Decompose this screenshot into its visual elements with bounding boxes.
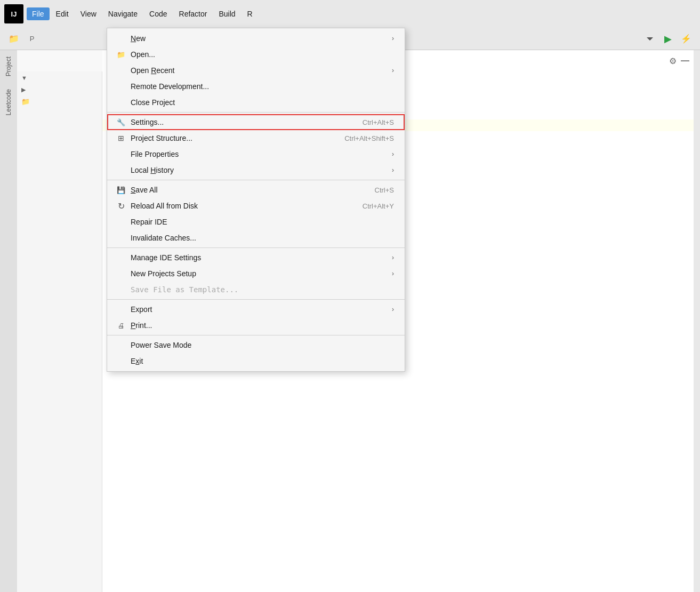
menu-item-file-properties[interactable]: File Properties › <box>107 146 405 162</box>
menu-item-repair-ide[interactable]: Repair IDE <box>107 214 405 230</box>
menu-item-project-structure[interactable]: Project Structure... Ctrl+Alt+Shift+S <box>107 130 405 146</box>
new-arrow-icon: › <box>381 35 394 42</box>
menu-item-local-history-label: Local History <box>131 166 381 174</box>
menu-item-project-structure-label: Project Structure... <box>131 134 323 142</box>
menu-item-reload-all-label: Reload All from Disk <box>131 202 341 210</box>
file-properties-icon <box>116 149 126 159</box>
project-structure-icon <box>116 133 126 143</box>
menu-item-new-projects-setup[interactable]: New Projects Setup › <box>107 266 405 282</box>
separator-3 <box>107 247 405 248</box>
menu-item-save-file-template: Save File as Template... <box>107 282 405 298</box>
menu-item-new[interactable]: New › <box>107 30 405 46</box>
menu-item-invalidate-caches[interactable]: Invalidate Caches... <box>107 230 405 246</box>
menu-item-file-properties-label: File Properties <box>131 150 381 158</box>
menu-item-open-label: Open... <box>131 50 394 59</box>
open-icon <box>116 49 126 60</box>
save-all-shortcut: Ctrl+S <box>375 186 394 194</box>
project-structure-shortcut: Ctrl+Alt+Shift+S <box>344 134 394 142</box>
menu-item-exit-label: Exit <box>131 357 394 365</box>
local-history-arrow-icon: › <box>381 166 394 174</box>
export-arrow-icon: › <box>381 306 394 313</box>
menu-item-save-all[interactable]: Save All Ctrl+S <box>107 182 405 198</box>
menu-item-local-history[interactable]: Local History › <box>107 162 405 178</box>
menu-item-open-recent[interactable]: Open Recent › <box>107 62 405 78</box>
menu-item-new-label: New <box>131 34 381 43</box>
wrench-icon <box>116 117 126 127</box>
menu-item-close-project[interactable]: Close Project <box>107 94 405 110</box>
print-icon <box>116 320 126 331</box>
separator-5 <box>107 335 405 335</box>
menu-item-settings-label: Settings... <box>131 118 341 126</box>
manage-ide-settings-arrow-icon: › <box>381 254 394 261</box>
dropdown-overlay[interactable]: New › Open... Open Recent › Remote Devel… <box>0 0 700 592</box>
remote-dev-icon <box>116 81 126 92</box>
open-recent-arrow-icon: › <box>381 67 394 74</box>
menu-item-save-file-template-label: Save File as Template... <box>131 285 394 294</box>
menu-item-power-save-mode[interactable]: Power Save Mode <box>107 337 405 353</box>
separator-2 <box>107 180 405 180</box>
menu-item-manage-ide-settings-label: Manage IDE Settings <box>131 253 381 262</box>
menu-item-power-save-mode-label: Power Save Mode <box>131 341 394 349</box>
save-all-icon <box>116 185 126 195</box>
menu-item-save-all-label: Save All <box>131 186 353 194</box>
open-recent-icon <box>116 65 126 76</box>
menu-item-print[interactable]: Print... <box>107 317 405 333</box>
save-file-template-icon <box>116 284 126 295</box>
repair-ide-icon <box>116 217 126 227</box>
reload-all-shortcut: Ctrl+Alt+Y <box>363 202 394 210</box>
menu-item-open-recent-label: Open Recent <box>131 66 381 75</box>
new-projects-setup-icon <box>116 268 126 279</box>
file-properties-arrow-icon: › <box>381 150 394 158</box>
exit-icon <box>116 356 126 366</box>
menu-item-remote-dev-label: Remote Development... <box>131 82 394 91</box>
reload-icon <box>116 201 126 211</box>
settings-shortcut: Ctrl+Alt+S <box>363 118 394 126</box>
menu-item-manage-ide-settings[interactable]: Manage IDE Settings › <box>107 250 405 266</box>
new-projects-setup-arrow-icon: › <box>381 270 394 277</box>
separator-1 <box>107 112 405 113</box>
power-save-mode-icon <box>116 340 126 350</box>
new-icon <box>116 33 126 44</box>
invalidate-caches-icon <box>116 233 126 243</box>
manage-ide-settings-icon <box>116 252 126 263</box>
menu-item-close-project-label: Close Project <box>131 98 394 107</box>
export-icon <box>116 304 126 315</box>
menu-item-repair-ide-label: Repair IDE <box>131 218 394 226</box>
menu-item-exit[interactable]: Exit <box>107 353 405 369</box>
menu-item-export-label: Export <box>131 305 381 314</box>
menu-item-reload-all[interactable]: Reload All from Disk Ctrl+Alt+Y <box>107 198 405 214</box>
menu-item-settings[interactable]: Settings... Ctrl+Alt+S <box>107 114 405 130</box>
menu-item-export[interactable]: Export › <box>107 301 405 317</box>
menu-item-remote-dev[interactable]: Remote Development... <box>107 78 405 94</box>
menu-item-print-label: Print... <box>131 321 394 330</box>
separator-4 <box>107 299 405 300</box>
menu-item-invalidate-caches-label: Invalidate Caches... <box>131 234 394 242</box>
menu-item-open[interactable]: Open... <box>107 46 405 62</box>
file-dropdown-menu: New › Open... Open Recent › Remote Devel… <box>107 28 405 372</box>
menu-item-new-projects-setup-label: New Projects Setup <box>131 269 381 278</box>
local-history-icon <box>116 165 126 175</box>
close-project-icon <box>116 97 126 108</box>
